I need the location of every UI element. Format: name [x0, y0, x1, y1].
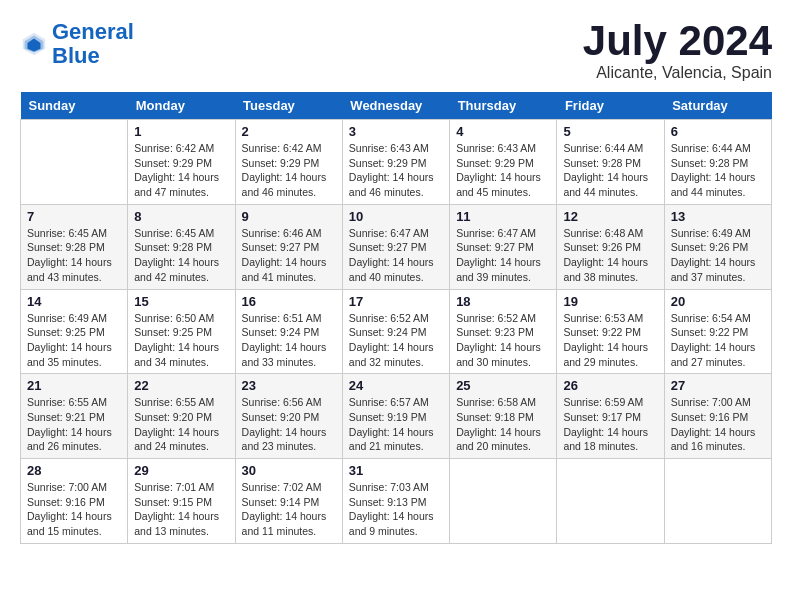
day-info: Sunrise: 6:44 AMSunset: 9:28 PMDaylight:… — [671, 141, 765, 200]
day-number: 19 — [563, 294, 657, 309]
day-info: Sunrise: 7:02 AMSunset: 9:14 PMDaylight:… — [242, 480, 336, 539]
calendar-week-5: 28Sunrise: 7:00 AMSunset: 9:16 PMDayligh… — [21, 459, 772, 544]
calendar-cell — [21, 120, 128, 205]
calendar-week-1: 1Sunrise: 6:42 AMSunset: 9:29 PMDaylight… — [21, 120, 772, 205]
day-info: Sunrise: 6:47 AMSunset: 9:27 PMDaylight:… — [456, 226, 550, 285]
calendar-cell: 17Sunrise: 6:52 AMSunset: 9:24 PMDayligh… — [342, 289, 449, 374]
logo: General Blue — [20, 20, 134, 68]
weekday-header-sunday: Sunday — [21, 92, 128, 120]
calendar-cell: 19Sunrise: 6:53 AMSunset: 9:22 PMDayligh… — [557, 289, 664, 374]
day-info: Sunrise: 6:50 AMSunset: 9:25 PMDaylight:… — [134, 311, 228, 370]
calendar-cell: 24Sunrise: 6:57 AMSunset: 9:19 PMDayligh… — [342, 374, 449, 459]
calendar-cell: 8Sunrise: 6:45 AMSunset: 9:28 PMDaylight… — [128, 204, 235, 289]
day-info: Sunrise: 6:55 AMSunset: 9:20 PMDaylight:… — [134, 395, 228, 454]
day-number: 28 — [27, 463, 121, 478]
calendar-cell: 12Sunrise: 6:48 AMSunset: 9:26 PMDayligh… — [557, 204, 664, 289]
day-info: Sunrise: 6:46 AMSunset: 9:27 PMDaylight:… — [242, 226, 336, 285]
day-number: 2 — [242, 124, 336, 139]
calendar-cell: 10Sunrise: 6:47 AMSunset: 9:27 PMDayligh… — [342, 204, 449, 289]
day-number: 20 — [671, 294, 765, 309]
calendar-cell: 23Sunrise: 6:56 AMSunset: 9:20 PMDayligh… — [235, 374, 342, 459]
calendar-cell: 27Sunrise: 7:00 AMSunset: 9:16 PMDayligh… — [664, 374, 771, 459]
day-number: 9 — [242, 209, 336, 224]
day-number: 12 — [563, 209, 657, 224]
day-number: 13 — [671, 209, 765, 224]
day-number: 24 — [349, 378, 443, 393]
calendar-cell: 31Sunrise: 7:03 AMSunset: 9:13 PMDayligh… — [342, 459, 449, 544]
day-info: Sunrise: 6:59 AMSunset: 9:17 PMDaylight:… — [563, 395, 657, 454]
weekday-header-row: SundayMondayTuesdayWednesdayThursdayFrid… — [21, 92, 772, 120]
day-number: 30 — [242, 463, 336, 478]
calendar-week-3: 14Sunrise: 6:49 AMSunset: 9:25 PMDayligh… — [21, 289, 772, 374]
calendar-cell: 13Sunrise: 6:49 AMSunset: 9:26 PMDayligh… — [664, 204, 771, 289]
day-number: 3 — [349, 124, 443, 139]
day-info: Sunrise: 6:45 AMSunset: 9:28 PMDaylight:… — [134, 226, 228, 285]
day-info: Sunrise: 6:51 AMSunset: 9:24 PMDaylight:… — [242, 311, 336, 370]
calendar-cell: 15Sunrise: 6:50 AMSunset: 9:25 PMDayligh… — [128, 289, 235, 374]
day-number: 22 — [134, 378, 228, 393]
day-info: Sunrise: 6:56 AMSunset: 9:20 PMDaylight:… — [242, 395, 336, 454]
calendar-cell — [450, 459, 557, 544]
day-info: Sunrise: 6:43 AMSunset: 9:29 PMDaylight:… — [456, 141, 550, 200]
day-number: 14 — [27, 294, 121, 309]
calendar-table: SundayMondayTuesdayWednesdayThursdayFrid… — [20, 92, 772, 544]
calendar-cell: 7Sunrise: 6:45 AMSunset: 9:28 PMDaylight… — [21, 204, 128, 289]
calendar-cell: 28Sunrise: 7:00 AMSunset: 9:16 PMDayligh… — [21, 459, 128, 544]
weekday-header-tuesday: Tuesday — [235, 92, 342, 120]
day-number: 18 — [456, 294, 550, 309]
calendar-cell: 20Sunrise: 6:54 AMSunset: 9:22 PMDayligh… — [664, 289, 771, 374]
day-number: 16 — [242, 294, 336, 309]
day-number: 4 — [456, 124, 550, 139]
day-info: Sunrise: 6:43 AMSunset: 9:29 PMDaylight:… — [349, 141, 443, 200]
location-subtitle: Alicante, Valencia, Spain — [583, 64, 772, 82]
day-number: 17 — [349, 294, 443, 309]
day-info: Sunrise: 6:52 AMSunset: 9:24 PMDaylight:… — [349, 311, 443, 370]
logo-icon — [20, 30, 48, 58]
calendar-cell — [664, 459, 771, 544]
day-number: 10 — [349, 209, 443, 224]
day-info: Sunrise: 7:00 AMSunset: 9:16 PMDaylight:… — [671, 395, 765, 454]
day-number: 21 — [27, 378, 121, 393]
day-info: Sunrise: 6:49 AMSunset: 9:26 PMDaylight:… — [671, 226, 765, 285]
day-info: Sunrise: 7:01 AMSunset: 9:15 PMDaylight:… — [134, 480, 228, 539]
calendar-week-4: 21Sunrise: 6:55 AMSunset: 9:21 PMDayligh… — [21, 374, 772, 459]
day-info: Sunrise: 6:57 AMSunset: 9:19 PMDaylight:… — [349, 395, 443, 454]
day-number: 15 — [134, 294, 228, 309]
calendar-cell: 21Sunrise: 6:55 AMSunset: 9:21 PMDayligh… — [21, 374, 128, 459]
calendar-cell: 11Sunrise: 6:47 AMSunset: 9:27 PMDayligh… — [450, 204, 557, 289]
day-number: 27 — [671, 378, 765, 393]
day-info: Sunrise: 6:49 AMSunset: 9:25 PMDaylight:… — [27, 311, 121, 370]
calendar-cell: 9Sunrise: 6:46 AMSunset: 9:27 PMDaylight… — [235, 204, 342, 289]
day-number: 29 — [134, 463, 228, 478]
title-block: July 2024 Alicante, Valencia, Spain — [583, 20, 772, 82]
day-number: 25 — [456, 378, 550, 393]
day-number: 11 — [456, 209, 550, 224]
day-number: 7 — [27, 209, 121, 224]
calendar-cell: 4Sunrise: 6:43 AMSunset: 9:29 PMDaylight… — [450, 120, 557, 205]
calendar-cell: 30Sunrise: 7:02 AMSunset: 9:14 PMDayligh… — [235, 459, 342, 544]
day-number: 5 — [563, 124, 657, 139]
day-info: Sunrise: 6:55 AMSunset: 9:21 PMDaylight:… — [27, 395, 121, 454]
calendar-cell: 22Sunrise: 6:55 AMSunset: 9:20 PMDayligh… — [128, 374, 235, 459]
day-info: Sunrise: 6:54 AMSunset: 9:22 PMDaylight:… — [671, 311, 765, 370]
day-info: Sunrise: 6:52 AMSunset: 9:23 PMDaylight:… — [456, 311, 550, 370]
day-info: Sunrise: 6:42 AMSunset: 9:29 PMDaylight:… — [134, 141, 228, 200]
weekday-header-saturday: Saturday — [664, 92, 771, 120]
page-header: General Blue July 2024 Alicante, Valenci… — [20, 20, 772, 82]
day-info: Sunrise: 6:47 AMSunset: 9:27 PMDaylight:… — [349, 226, 443, 285]
calendar-cell: 3Sunrise: 6:43 AMSunset: 9:29 PMDaylight… — [342, 120, 449, 205]
day-number: 8 — [134, 209, 228, 224]
day-number: 6 — [671, 124, 765, 139]
day-number: 1 — [134, 124, 228, 139]
logo-line1: General — [52, 19, 134, 44]
calendar-cell: 16Sunrise: 6:51 AMSunset: 9:24 PMDayligh… — [235, 289, 342, 374]
day-info: Sunrise: 6:44 AMSunset: 9:28 PMDaylight:… — [563, 141, 657, 200]
day-number: 31 — [349, 463, 443, 478]
calendar-cell: 6Sunrise: 6:44 AMSunset: 9:28 PMDaylight… — [664, 120, 771, 205]
weekday-header-monday: Monday — [128, 92, 235, 120]
day-number: 23 — [242, 378, 336, 393]
weekday-header-thursday: Thursday — [450, 92, 557, 120]
day-info: Sunrise: 6:58 AMSunset: 9:18 PMDaylight:… — [456, 395, 550, 454]
calendar-cell: 29Sunrise: 7:01 AMSunset: 9:15 PMDayligh… — [128, 459, 235, 544]
day-info: Sunrise: 6:42 AMSunset: 9:29 PMDaylight:… — [242, 141, 336, 200]
